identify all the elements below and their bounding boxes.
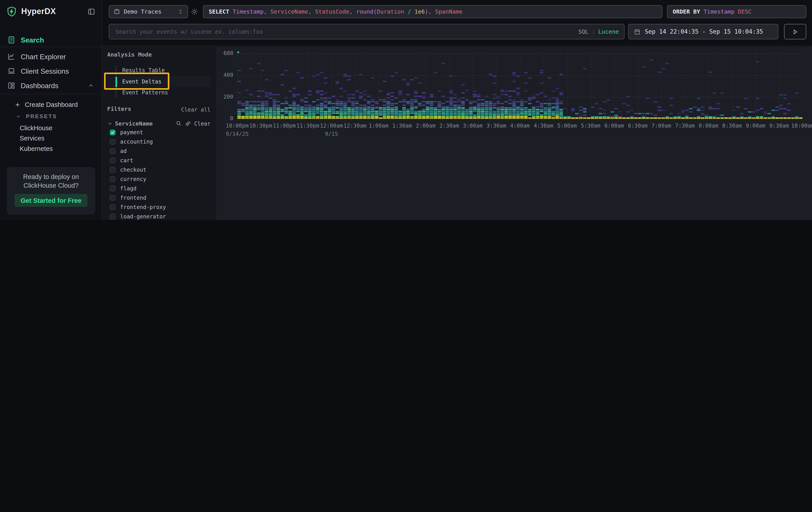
sidebar-item-dashboards[interactable]: Dashboards <box>0 79 102 92</box>
sidebar-collapse-icon[interactable] <box>88 7 95 16</box>
order-by-editor[interactable]: ORDER BY Timestamp DESC <box>667 5 807 18</box>
checkbox-unchecked[interactable] <box>110 195 116 200</box>
facet-option-payment[interactable]: payment <box>107 128 210 137</box>
facet-option-currency[interactable]: currency <box>107 174 210 184</box>
checkbox-unchecked[interactable] <box>110 167 116 172</box>
lang-lucene-option[interactable]: Lucene <box>598 28 619 35</box>
checkbox-unchecked[interactable] <box>110 204 116 210</box>
query-language-toggle: SQL | Lucene <box>578 24 619 39</box>
facet-option-label: checkout <box>120 166 146 173</box>
sidebar-preset-clickhouse[interactable]: ClickHouse <box>0 123 102 132</box>
laptop-icon <box>7 67 16 75</box>
divider <box>0 94 102 95</box>
facet-pin-icon[interactable] <box>185 120 191 127</box>
analysis-mode-title: Analysis Mode <box>107 51 210 58</box>
facet-option-label: ad <box>120 148 126 154</box>
presets-label: PRESETS <box>26 113 57 119</box>
facet-option-label: currency <box>120 176 146 182</box>
sidebar-item-chart-explorer[interactable]: Chart Explorer <box>0 50 102 63</box>
search-input[interactable] <box>109 24 625 39</box>
presets-toggle[interactable]: PRESETS <box>0 112 102 120</box>
sidebar-preset-kubernetes[interactable]: Kubernetes <box>0 144 102 153</box>
chevron-up-icon <box>88 82 94 89</box>
chart-panel: 0200400600 10:00pm10:30pm11:00pm11:30pm1… <box>216 47 812 220</box>
facet-option-ad[interactable]: ad <box>107 146 210 156</box>
create-dashboard-button[interactable]: Create Dashboard <box>0 100 102 110</box>
sidebar-preset-services[interactable]: Services <box>0 134 102 143</box>
top-bar: Demo Traces SELECT Timestamp, ServiceNam… <box>102 0 812 46</box>
facet-option-frontend[interactable]: frontend <box>107 193 210 202</box>
checkbox-checked[interactable] <box>110 129 116 135</box>
sidebar-item-search[interactable]: Search <box>0 33 102 47</box>
analysis-mode-list: Results Table Event Deltas Event Pattern… <box>107 65 210 99</box>
facet-list: ServiceNameClearpaymentaccountingadcartc… <box>107 119 210 220</box>
filter-panel: Analysis Mode Results Table Event Deltas… <box>102 47 216 220</box>
get-started-button[interactable]: Get Started for Free <box>14 194 87 207</box>
brand-title: HyperDX <box>21 7 87 16</box>
source-select[interactable]: Demo Traces <box>109 5 188 18</box>
mode-event-deltas[interactable]: Event Deltas <box>107 76 210 87</box>
plus-icon <box>14 102 21 108</box>
date-range-value: Sep 14 22:04:35 - Sep 15 10:04:35 <box>645 28 763 35</box>
facet-option-label: load-generator <box>120 213 166 219</box>
checkbox-unchecked[interactable] <box>110 213 116 219</box>
checkbox-unchecked[interactable] <box>110 176 116 182</box>
checkbox-unchecked[interactable] <box>110 157 116 163</box>
facet-search-icon[interactable] <box>175 120 182 127</box>
x-tick-label: 10:00am <box>786 123 812 129</box>
chevron-down-icon <box>16 113 21 119</box>
sidebar-item-label: Dashboards <box>21 82 58 89</box>
sidebar: HyperDX Search Chart Explorer Client Ses… <box>0 0 102 220</box>
search-journal-icon <box>7 36 16 44</box>
promo-text-line1: Ready to deploy on <box>7 167 95 182</box>
checkbox-unchecked[interactable] <box>110 185 116 191</box>
dashboards-icon <box>7 81 16 90</box>
x-date-label: 9/15 <box>315 131 348 137</box>
select-chevrons-icon <box>178 9 183 15</box>
mode-results-table[interactable]: Results Table <box>107 65 210 76</box>
facet-option-checkout[interactable]: checkout <box>107 165 210 174</box>
sidebar-item-label: Search <box>21 36 44 44</box>
facet-name: ServiceName <box>115 120 153 127</box>
run-query-button[interactable] <box>784 24 806 39</box>
checkbox-unchecked[interactable] <box>110 139 116 144</box>
checkbox-unchecked[interactable] <box>110 148 116 154</box>
sql-select-editor[interactable]: SELECT Timestamp, ServiceName, StatusCod… <box>203 5 662 18</box>
database-icon <box>113 8 120 15</box>
x-date-label: 9/14/25 <box>221 131 254 137</box>
facet-option-label: flagd <box>120 185 137 191</box>
clear-all-button[interactable]: Clear all <box>181 106 210 112</box>
facet-option-accounting[interactable]: accounting <box>107 137 210 146</box>
hyperdx-logo-icon <box>6 6 17 17</box>
mode-event-patterns[interactable]: Event Patterns <box>107 87 210 98</box>
source-value: Demo Traces <box>124 8 178 15</box>
search-bar: SQL | Lucene <box>109 24 625 39</box>
lang-sql-option[interactable]: SQL <box>578 28 588 35</box>
facet-option-flagd[interactable]: flagd <box>107 184 210 193</box>
main-area: Demo Traces SELECT Timestamp, ServiceNam… <box>102 0 812 220</box>
hyperdx-app: HyperDX Search Chart Explorer Client Ses… <box>0 0 812 220</box>
facet-option-load-generator[interactable]: load-generator <box>107 212 210 220</box>
facet-ServiceName: ServiceNameClearpaymentaccountingadcartc… <box>107 119 210 220</box>
sidebar-item-label: Chart Explorer <box>21 53 66 60</box>
divider <box>0 47 102 47</box>
promo-text-line2: ClickHouse Cloud? <box>7 182 95 190</box>
gear-icon[interactable] <box>191 8 198 16</box>
facet-clear-button[interactable]: Clear <box>194 120 210 127</box>
y-tick-label: 600 <box>216 50 233 56</box>
create-dashboard-label: Create Dashboard <box>25 101 78 108</box>
brand-row: HyperDX <box>0 0 102 23</box>
clickhouse-cloud-promo-card: Ready to deploy on ClickHouse Cloud? Get… <box>7 167 95 215</box>
chart-line-icon <box>7 52 16 60</box>
duration-heatmap-chart[interactable] <box>237 51 803 119</box>
chevron-down-icon[interactable] <box>107 120 113 127</box>
y-tick-label: 200 <box>216 93 233 100</box>
facet-option-cart[interactable]: cart <box>107 156 210 165</box>
y-tick-label: 0 <box>216 115 233 121</box>
facet-option-frontend-proxy[interactable]: frontend-proxy <box>107 202 210 212</box>
sidebar-item-client-sessions[interactable]: Client Sessions <box>0 64 102 78</box>
date-range-picker[interactable]: Sep 14 22:04:35 - Sep 15 10:04:35 <box>628 24 778 39</box>
filters-title: Filters <box>107 106 131 112</box>
calendar-icon <box>634 28 641 35</box>
facet-option-label: frontend <box>120 194 146 200</box>
